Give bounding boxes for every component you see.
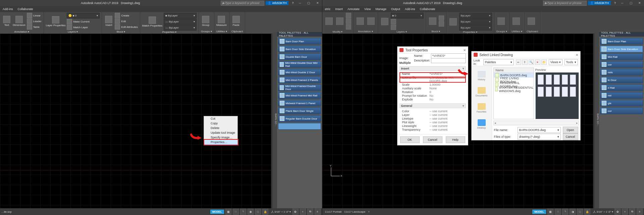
palette-item[interactable]: Regular Barn Double Door: [278, 115, 321, 122]
palette-item[interactable]: Mid-West Framed Double Door: [278, 84, 321, 91]
group-button[interactable]: Group: [201, 14, 210, 28]
palette-item[interactable]: Midwest Framed 1 Panel: [278, 100, 321, 106]
layer-dropdown[interactable]: 🟡 ■ 0▾: [67, 13, 100, 18]
prop-value[interactable]: No: [430, 94, 465, 97]
menu-icon[interactable]: ≡: [315, 209, 321, 215]
prop-value[interactable]: -- use current: [430, 121, 465, 124]
grid-icon[interactable]: ▦: [547, 209, 553, 215]
prop-value[interactable]: -- use current: [430, 110, 465, 113]
table-button[interactable]: Table: [27, 24, 42, 30]
osnap-icon[interactable]: □: [577, 209, 583, 215]
make-current[interactable]: Make Current: [67, 19, 100, 24]
place-history[interactable]: History: [475, 70, 488, 82]
polar-icon[interactable]: ◑: [570, 209, 576, 215]
prop-value[interactable]: *VARIES*: [430, 72, 465, 76]
palette-item[interactable]: Mid-West Framed 2 Panels: [278, 77, 321, 83]
plus-icon[interactable]: +: [300, 209, 306, 215]
iso-icon[interactable]: ⧉: [629, 209, 635, 215]
palette-item[interactable]: Mid-West Double Door Mid Rail: [278, 61, 321, 68]
newfolder-icon[interactable]: 📁: [541, 59, 547, 65]
palette-item[interactable]: d Rail: [600, 84, 643, 91]
insert-section[interactable]: Insert▾: [399, 66, 466, 71]
ok-button[interactable]: OK: [400, 136, 420, 143]
ctx-properties[interactable]: Properties…: [204, 139, 238, 145]
palette-item[interactable]: Mid Rail: [600, 53, 643, 60]
insert-button[interactable]: Insert: [104, 14, 113, 28]
prop-value[interactable]: 1.00000: [430, 83, 465, 86]
help-button[interactable]: Help: [446, 136, 465, 143]
text-button[interactable]: Text: [2, 14, 11, 28]
palette-side-tabs[interactable]: BARN DO…: [594, 32, 599, 208]
iso-icon[interactable]: ⧉: [307, 209, 313, 215]
linear-button[interactable]: Linear: [27, 13, 42, 18]
help-icon[interactable]: ?: [614, 1, 616, 5]
maximize-button[interactable]: ▢: [305, 0, 313, 6]
general-section[interactable]: General▾: [399, 103, 466, 108]
place-desktop[interactable]: Desktop: [475, 118, 488, 130]
prop-value[interactable]: C:\Palettes\BARN DOORS.dwg: [430, 76, 465, 83]
ortho-icon[interactable]: └: [562, 209, 568, 215]
prop-value[interactable]: 0: [430, 90, 465, 94]
palette-item[interactable]: nel: [600, 92, 643, 99]
minimize-button[interactable]: ─: [618, 0, 627, 6]
palette-item[interactable]: Barn Door Side Elevation: [278, 46, 321, 52]
place-documents[interactable]: Documents: [475, 86, 488, 98]
model-button[interactable]: MODEL: [210, 210, 224, 214]
palette-item[interactable]: Barn Door Plan: [278, 38, 321, 45]
measure-button[interactable]: Measure: [216, 14, 227, 28]
prop-value[interactable]: -- use current: [430, 128, 465, 131]
palette-side-tabs[interactable]: BARN DO…: [272, 32, 277, 208]
palette-item[interactable]: Mid-West Framed Mid Rail: [278, 92, 321, 99]
snap-icon[interactable]: ∷: [233, 209, 239, 215]
user-badge[interactable]: 👤 info53KTH: [266, 1, 288, 5]
filename-field[interactable]: BARN DOORS.dwg▾: [518, 127, 561, 133]
tools-dropdown[interactable]: Tools▾: [565, 59, 578, 65]
palette-item[interactable]: oor: [600, 108, 643, 114]
color-dropdown[interactable]: ■ ByLayer▾: [164, 13, 197, 18]
open-button[interactable]: Open: [563, 127, 578, 133]
delete-icon[interactable]: ✕: [535, 59, 540, 65]
gear-icon[interactable]: ✿: [614, 209, 621, 215]
file-item[interactable]: STARTER RESIDENTIAL WINDOWS.dwg: [494, 87, 534, 92]
filetype-dropdown[interactable]: drawing (*.dwg)▾: [518, 134, 561, 140]
snap-icon[interactable]: ∷: [555, 209, 561, 215]
linetype-dropdown[interactable]: — ByLayer▾: [164, 25, 197, 31]
layout-tab[interactable]: 11x17 Portrait: [325, 210, 342, 213]
osnap-icon[interactable]: □: [255, 209, 261, 215]
edit-button[interactable]: Edit: [115, 18, 138, 24]
grid-icon[interactable]: ▦: [225, 209, 231, 215]
lineweight-dropdown[interactable]: — ByLayer▾: [164, 19, 197, 25]
layer-properties-button[interactable]: Layer Properties: [46, 14, 66, 29]
close-button[interactable]: ✕: [635, 0, 644, 6]
close-button[interactable]: ✕: [313, 0, 322, 6]
minimize-button[interactable]: ─: [296, 0, 305, 6]
search-input[interactable]: ▶ Type a keyword or phrase: [221, 1, 264, 6]
prop-value[interactable]: -- use current: [430, 117, 465, 120]
model-button[interactable]: MODEL: [532, 210, 546, 214]
prop-value[interactable]: None: [430, 87, 465, 90]
hscroll[interactable]: ◂▸: [493, 121, 579, 125]
ctx-update[interactable]: Update tool image: [204, 130, 237, 135]
paste-button[interactable]: Paste: [231, 14, 241, 28]
lock-icon[interactable]: 🔒: [262, 209, 268, 215]
lookin-dropdown[interactable]: Palettes▾: [483, 59, 514, 65]
create-button[interactable]: Create: [115, 13, 138, 18]
gear-icon[interactable]: ✿: [292, 209, 299, 215]
layout-tab[interactable]: 11x17 Landscape: [344, 210, 365, 213]
palette-item[interactable]: Plank Barn Door Single: [278, 108, 321, 114]
plus-icon[interactable]: +: [622, 209, 628, 215]
palette-item[interactable]: [278, 123, 321, 130]
close-icon[interactable]: ✕: [463, 48, 466, 52]
palette-item[interactable]: Barn Door Side Elevation: [600, 46, 643, 52]
prop-value[interactable]: -- use current: [430, 113, 465, 117]
leader-button[interactable]: Leader: [27, 18, 42, 24]
ctx-cut[interactable]: Cut: [204, 116, 237, 121]
menu-icon[interactable]: ≡: [637, 209, 643, 215]
prop-value[interactable]: -- use current: [430, 124, 465, 128]
user-badge[interactable]: 👤 info53KTH: [588, 1, 611, 5]
match-layer[interactable]: Match Layer: [67, 25, 100, 30]
edit-attr-button[interactable]: Edit Attributes: [115, 24, 138, 30]
search-icon[interactable]: 🔍: [529, 59, 534, 65]
ortho-icon[interactable]: └: [240, 209, 246, 215]
palette-item[interactable]: le Door: [600, 77, 643, 83]
